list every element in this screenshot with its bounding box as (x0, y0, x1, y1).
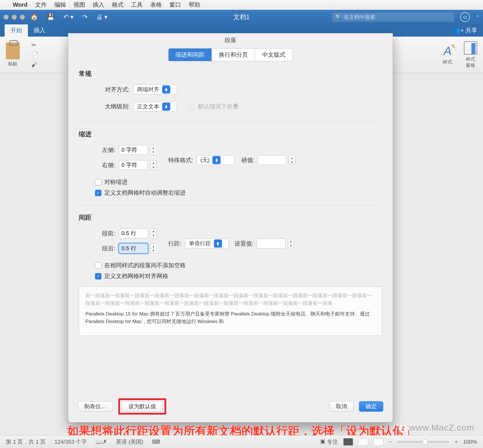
tab-home[interactable]: 开始 (5, 24, 28, 37)
undo-icon[interactable]: ↶ ▾ (63, 13, 74, 21)
word-titlebar: 🏠 💾 ↶ ▾ ↷ 🖨 ▾ 文档1 🔍 在文档中搜索 ☺ ⌃ (0, 10, 483, 24)
cancel-button[interactable]: 取消 (329, 401, 354, 412)
paste-label: 粘贴 (8, 61, 17, 67)
styles-icon: A✎ (444, 44, 452, 58)
special-label: 特殊格式: (168, 156, 193, 164)
tab-insert[interactable]: 插入 (28, 24, 51, 37)
tabs-button[interactable]: 制表位… (78, 401, 113, 412)
menu-format[interactable]: 格式 (112, 1, 124, 9)
menu-edit[interactable]: 编辑 (54, 1, 66, 9)
styles-pane-group[interactable]: 样式 窗格 (464, 41, 477, 69)
user-icon[interactable]: ☺ (460, 12, 470, 22)
mirror-indent-checkbox[interactable]: 对称缩进 (95, 178, 382, 186)
home-icon[interactable]: 🏠 (30, 13, 38, 21)
highlight-box: 设为默认值 (118, 398, 166, 415)
styles-group[interactable]: A✎ 样式 (443, 44, 452, 65)
outline-label: 大纲级别: (89, 103, 130, 110)
menu-file[interactable]: 文件 (35, 1, 47, 9)
stepper-icon[interactable]: ▲▼ (150, 160, 157, 170)
focus-mode-button[interactable]: ▣ 专注 (320, 438, 338, 446)
tab-asian[interactable]: 中文版式 (255, 49, 292, 61)
save-icon[interactable]: 💾 (47, 13, 55, 21)
search-placeholder: 在文档中搜索 (344, 14, 375, 21)
menu-view[interactable]: 视图 (74, 1, 85, 9)
stepper-icon[interactable]: ▲▼ (150, 244, 157, 253)
status-words[interactable]: 124/353 个字 (54, 438, 87, 446)
section-spacing: 间距 (79, 213, 382, 222)
format-painter-icon[interactable]: 🖌 (31, 61, 39, 68)
zoom-slider[interactable] (397, 441, 449, 443)
styles-label: 样式 (443, 59, 452, 65)
clipboard-icon (6, 42, 20, 59)
styles-pane-label: 样式 窗格 (466, 56, 475, 69)
dialog-title: 段落 (68, 33, 393, 48)
tab-line-page[interactable]: 换行和分页 (212, 49, 255, 61)
ok-button[interactable]: 确定 (359, 401, 383, 412)
document-title: 文档1 (233, 13, 250, 21)
status-page[interactable]: 第 1 页，共 1 页 (6, 438, 46, 446)
preview-box: 前一段落前一段落前一段落前一段落前一段落前一段落前一段落前一段落前一段落前一段落… (79, 286, 382, 336)
menubar-app[interactable]: Word (13, 1, 28, 8)
stepper-icon[interactable]: ▲▼ (288, 239, 294, 248)
menu-tools[interactable]: 工具 (131, 1, 143, 9)
search-icon: 🔍 (335, 14, 341, 20)
before-label: 段前: (89, 230, 115, 237)
clipboard-mini: ✂ 📄 🖌 (31, 42, 39, 68)
zoom-out-icon[interactable]: − (389, 439, 392, 445)
checkbox-checked-icon: ✓ (95, 190, 101, 196)
status-proofing-icon[interactable]: 📖✗ (96, 438, 107, 445)
linespacing-select[interactable]: 单倍行距 (185, 239, 229, 248)
zoom-in-icon[interactable]: + (455, 439, 458, 445)
nospace-checkbox[interactable]: 在相同样式的段落间不添加空格 (95, 261, 382, 269)
section-general: 常规 (79, 69, 382, 78)
checkbox-icon (95, 262, 101, 269)
after-field[interactable]: ▲▼ (119, 243, 157, 253)
checkbox-checked-icon: ✓ (95, 273, 101, 279)
outline-select[interactable]: 正文文本 (133, 102, 177, 112)
paste-group[interactable]: 粘贴 (6, 42, 20, 67)
share-icon: 👥+ (453, 27, 464, 34)
view-outline-icon[interactable] (373, 438, 383, 446)
paragraph-dialog: 段落 缩进和间距 换行和分页 中文版式 常规 对齐方式: 两端对齐 大纲级别: … (68, 33, 393, 422)
collapse-checkbox: 默认情况下折叠 (189, 103, 239, 110)
menu-help[interactable]: 帮助 (189, 1, 200, 9)
zoom-value[interactable]: 100% (463, 439, 477, 445)
alignment-select[interactable]: 两端对齐 (133, 85, 177, 94)
status-language[interactable]: 英语 (美国) (116, 438, 143, 446)
redo-icon[interactable]: ↷ (82, 13, 87, 21)
indent-left-field[interactable]: ▲▼ (119, 145, 157, 155)
special-select[interactable]: (无) (197, 155, 235, 165)
titlebar-caret-icon[interactable]: ⌃ (476, 15, 480, 20)
snapgrid-checkbox[interactable]: ✓定义文档网格时对齐网格 (95, 272, 382, 280)
by-label: 磅值: (242, 156, 255, 164)
cut-icon[interactable]: ✂ (31, 42, 39, 49)
share-button[interactable]: 👥+共享 (453, 26, 477, 37)
status-insert-icon[interactable]: ⌨ (152, 438, 160, 445)
by-field[interactable]: ▲▼ (257, 155, 295, 165)
menu-insert[interactable]: 插入 (93, 1, 104, 9)
checkbox-icon (189, 103, 195, 110)
set-default-button[interactable]: 设为默认值 (122, 401, 163, 412)
view-print-icon[interactable] (343, 438, 353, 446)
at-label: 设置值: (235, 240, 254, 248)
autogrid-checkbox[interactable]: ✓定义文档网格时自动调整右缩进 (95, 189, 382, 197)
copy-icon[interactable]: 📄 (31, 51, 39, 58)
menu-window[interactable]: 窗口 (169, 1, 181, 9)
chevron-updown-icon (162, 85, 170, 94)
menu-table[interactable]: 表格 (150, 1, 162, 9)
at-field[interactable]: ▲▼ (256, 239, 294, 248)
tab-indent-spacing[interactable]: 缩进和间距 (169, 49, 212, 61)
chevron-updown-icon (214, 239, 222, 248)
search-box[interactable]: 🔍 在文档中搜索 (332, 12, 454, 22)
after-label: 段后: (89, 245, 115, 252)
stepper-icon[interactable]: ▲▼ (289, 155, 295, 165)
print-icon[interactable]: 🖨 ▾ (96, 13, 108, 21)
dialog-tabs: 缩进和间距 换行和分页 中文版式 (168, 48, 293, 61)
stepper-icon[interactable]: ▲▼ (150, 145, 157, 155)
view-web-icon[interactable] (358, 438, 368, 446)
window-controls[interactable] (3, 15, 25, 20)
stepper-icon[interactable]: ▲▼ (150, 229, 157, 238)
indent-right-field[interactable]: ▲▼ (119, 160, 157, 170)
before-field[interactable]: ▲▼ (119, 228, 157, 238)
checkbox-icon (95, 179, 101, 185)
